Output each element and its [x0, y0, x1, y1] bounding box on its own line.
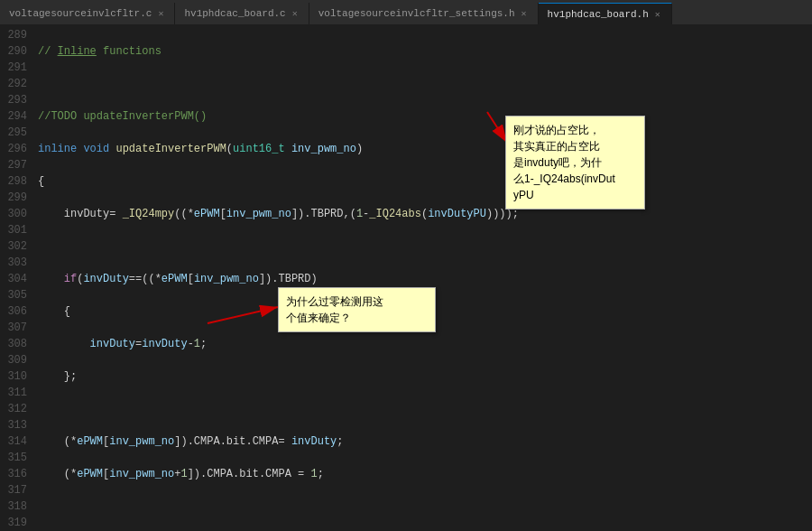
line-numbers: 289 290 291 292 293 294 295 296 297 298 …	[0, 25, 34, 531]
code-line-292: inline void updateInverterPWM(uint16_t i…	[38, 141, 812, 157]
annotation-text-2: 为什么过零检测用这个值来确定？	[286, 295, 383, 324]
tab-voltagesourceinvlcfltr[interactable]: voltagesourceinvlcfltr.c ✕	[0, 3, 175, 24]
tab-voltagesourceinvlcfltr-settings[interactable]: voltagesourceinvlcfltr_settings.h ✕	[309, 3, 539, 24]
code-line-299: };	[38, 368, 812, 385]
code-line-291: //TODO updateInverterPWM()	[38, 108, 812, 125]
code-content[interactable]: // Inline functions //TODO updateInverte…	[34, 25, 812, 531]
tab-label: voltagesourceinvlcfltr.c	[9, 8, 152, 19]
annotation-box-1: 刚才说的占空比，其实真正的占空比是invduty吧，为什么1-_IQ24abs(…	[505, 116, 645, 210]
code-line-298: invDuty=invDuty-1;	[38, 336, 812, 352]
annotation-box-2: 为什么过零检测用这个值来确定？	[278, 287, 436, 332]
tab-close-icon[interactable]: ✕	[520, 7, 529, 20]
tab-close-icon[interactable]: ✕	[291, 7, 300, 20]
code-line-289: // Inline functions	[38, 43, 812, 60]
code-line-290	[38, 76, 812, 92]
code-line-303	[38, 498, 812, 515]
annotation-text-1: 刚才说的占空比，其实真正的占空比是invduty吧，为什么1-_IQ24abs(…	[513, 124, 615, 201]
tab-close-icon[interactable]: ✕	[653, 8, 662, 21]
code-line-302: (*ePWM[inv_pwm_no+1]).CMPA.bit.CMPA = 1;	[38, 466, 812, 482]
code-line-293: {	[38, 173, 812, 190]
tab-close-icon[interactable]: ✕	[156, 7, 165, 20]
tab-label: hv1phdcac_board.c	[184, 8, 285, 19]
editor-area: 289 290 291 292 293 294 295 296 297 298 …	[0, 25, 812, 531]
code-line-296: if(invDuty==((*ePWM[inv_pwm_no]).TBPRD)	[38, 271, 812, 287]
code-line-294: invDuty= _IQ24mpy((*ePWM[inv_pwm_no]).TB…	[38, 206, 812, 222]
code-line-295	[38, 238, 812, 255]
code-line-301: (*ePWM[inv_pwm_no]).CMPA.bit.CMPA= invDu…	[38, 433, 812, 450]
tab-label: hv1phdcac_board.h	[548, 9, 649, 20]
tab-bar: voltagesourceinvlcfltr.c ✕ hv1phdcac_boa…	[0, 0, 812, 25]
tab-label: voltagesourceinvlcfltr_settings.h	[318, 8, 515, 19]
tab-hv1phdcac-board-c[interactable]: hv1phdcac_board.c ✕	[175, 3, 309, 24]
tab-hv1phdcac-board-h[interactable]: hv1phdcac_board.h ✕	[539, 3, 672, 24]
code-line-300	[38, 401, 812, 417]
